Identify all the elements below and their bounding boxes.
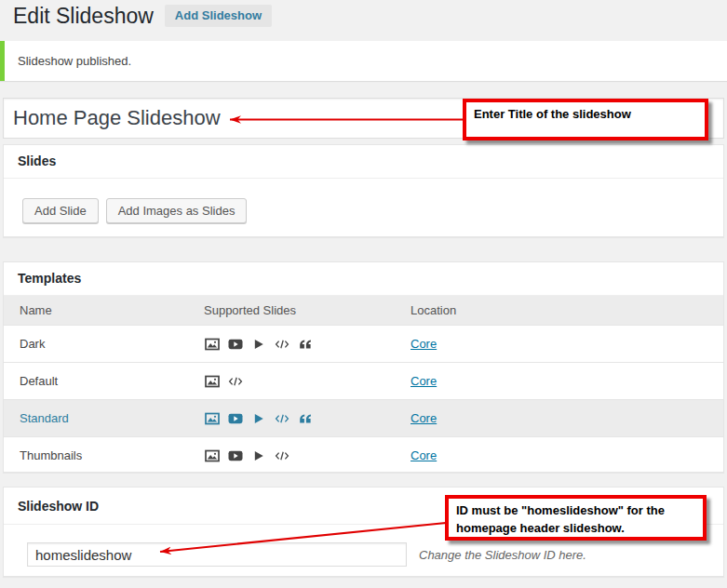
code-icon: [227, 374, 243, 389]
play-icon: [250, 337, 266, 352]
add-slideshow-button[interactable]: Add Slideshow: [165, 5, 272, 27]
code-icon: [274, 411, 289, 426]
id-annotation-text: ID must be "homeslideshow" for the homep…: [456, 503, 665, 535]
video-icon: [227, 411, 243, 426]
template-name: Standard: [20, 411, 204, 425]
slides-panel-body: Add Slide Add Images as Slides: [4, 179, 723, 223]
column-header-supported-slides: Supported Slides: [204, 303, 411, 317]
location-link[interactable]: Core: [411, 374, 437, 388]
slides-panel-title: Slides: [4, 145, 723, 179]
template-row[interactable]: ThumbnailsCore: [4, 436, 723, 474]
quote-icon: [297, 411, 313, 426]
supported-slides-icons: [204, 448, 411, 463]
location-link[interactable]: Core: [411, 448, 437, 462]
supported-slides-icons: [204, 337, 411, 352]
image-icon: [204, 448, 220, 463]
image-icon: [204, 374, 220, 389]
templates-panel: Templates Name Supported Slides Location…: [3, 261, 724, 473]
supported-slides-icons: [204, 374, 411, 389]
templates-table-header: Name Supported Slides Location: [4, 296, 723, 325]
image-icon: [204, 411, 220, 426]
code-icon: [274, 448, 289, 463]
code-icon: [274, 337, 289, 352]
add-images-as-slides-button[interactable]: Add Images as Slides: [106, 198, 248, 223]
column-header-location: Location: [411, 303, 723, 317]
notice-message: Slideshow published.: [18, 54, 131, 68]
id-annotation-box: ID must be "homeslideshow" for the homep…: [445, 495, 707, 541]
video-icon: [227, 337, 243, 352]
template-name: Dark: [20, 337, 204, 351]
play-icon: [250, 411, 266, 426]
video-icon: [227, 448, 243, 463]
templates-panel-title: Templates: [4, 262, 723, 296]
column-header-name: Name: [20, 303, 204, 317]
template-row[interactable]: DarkCore: [4, 325, 723, 362]
template-row[interactable]: DefaultCore: [4, 362, 723, 399]
template-row[interactable]: StandardCore: [4, 399, 723, 436]
slideshow-id-input[interactable]: [27, 542, 407, 567]
location-link[interactable]: Core: [411, 411, 437, 425]
title-annotation-text: Enter Title of the slideshow: [474, 107, 631, 121]
title-annotation-box: Enter Title of the slideshow: [463, 99, 708, 140]
slides-panel: Slides Add Slide Add Images as Slides: [3, 144, 724, 237]
quote-icon: [297, 337, 313, 352]
templates-rows: DarkCoreDefaultCoreStandardCoreThumbnail…: [4, 325, 723, 474]
template-name: Default: [20, 374, 204, 388]
template-name: Thumbnails: [20, 448, 204, 462]
edit-slideshow-page: Edit Slideshow Add Slideshow Slideshow p…: [0, 0, 727, 588]
location-link[interactable]: Core: [411, 337, 437, 351]
image-icon: [204, 337, 220, 352]
page-header: Edit Slideshow Add Slideshow: [13, 2, 272, 30]
add-slide-button[interactable]: Add Slide: [22, 198, 99, 223]
play-icon: [250, 448, 266, 463]
page-title: Edit Slideshow: [13, 2, 154, 30]
slideshow-id-hint: Change the Slideshow ID here.: [419, 548, 586, 562]
publish-notice: Slideshow published.: [0, 41, 727, 81]
supported-slides-icons: [204, 411, 411, 426]
